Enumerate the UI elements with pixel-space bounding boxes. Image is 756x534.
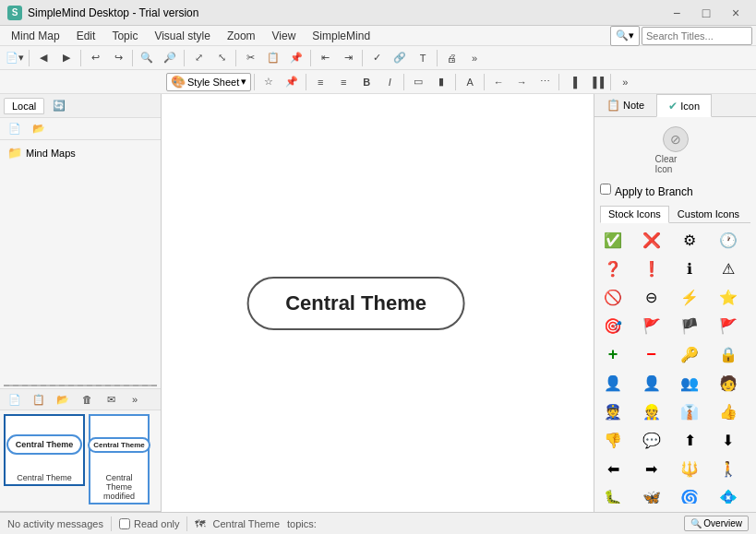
icon-flag-green[interactable]: 🚩 (639, 313, 665, 338)
search-input[interactable] (642, 27, 752, 45)
icon-diamond[interactable]: 💠 (715, 484, 741, 504)
icon-person3[interactable]: 🧑 (715, 370, 741, 396)
icon-info[interactable]: ℹ (677, 255, 702, 281)
icon-person2[interactable]: 👤 (639, 370, 665, 396)
icon-guard[interactable]: 👮 (600, 398, 626, 424)
icon-forbidden[interactable]: 🚫 (600, 284, 626, 310)
expand-all[interactable]: ⤢ (187, 48, 210, 68)
icon-worker[interactable]: 👷 (639, 398, 665, 424)
close-button[interactable]: × (723, 4, 749, 22)
icon-minus[interactable]: − (639, 341, 665, 367)
icon-arrow-down[interactable]: ⬇ (715, 427, 741, 453)
menu-simplemind[interactable]: SimpleMind (305, 28, 378, 44)
menu-visualstyle[interactable]: Visual style (147, 28, 217, 44)
menu-zoom[interactable]: Zoom (220, 28, 263, 44)
icon-plus[interactable]: + (600, 341, 626, 367)
fill-button[interactable]: ▮ (430, 72, 452, 92)
sync-button[interactable]: 🔄 (48, 96, 70, 116)
menu-edit[interactable]: Edit (69, 28, 103, 44)
icon-flag-red[interactable]: 🚩 (715, 313, 741, 338)
icon-chat[interactable]: 💬 (639, 427, 665, 453)
new-button[interactable]: 📄▾ (4, 48, 26, 68)
central-theme-node[interactable]: Central Theme (246, 277, 465, 330)
icon-star[interactable]: ⭐ (715, 284, 741, 310)
mini-copy[interactable]: 📋 (28, 389, 50, 409)
mini-expand[interactable]: » (124, 389, 146, 409)
new-file-button[interactable]: 📄 (4, 119, 26, 139)
thumbnail-item-0[interactable]: Central Theme Central Theme (4, 414, 85, 486)
star-button[interactable]: ☆ (258, 72, 280, 92)
link-button[interactable]: 🔗 (389, 48, 411, 68)
icon-bug[interactable]: 🐛 (600, 484, 626, 504)
font-color[interactable]: A (459, 72, 481, 92)
paste-button[interactable]: 📌 (285, 48, 307, 68)
clear-icon-button[interactable]: ⊘ Clear Icon (648, 123, 703, 178)
collapse-all[interactable]: ⤡ (210, 48, 233, 68)
print-button[interactable]: 🖨 (440, 48, 462, 68)
copy-button[interactable]: 📋 (262, 48, 284, 68)
icon-clock[interactable]: 🕐 (715, 227, 741, 253)
local-tab[interactable]: Local (4, 98, 44, 114)
move-right[interactable]: ⇥ (337, 48, 359, 68)
mini-open[interactable]: 📂 (52, 389, 74, 409)
icon-warning[interactable]: ⚠ (715, 255, 741, 281)
icon-walk[interactable]: 🚶 (715, 456, 741, 481)
icon-check[interactable]: ✅ (600, 227, 626, 253)
menu-mindmap[interactable]: Mind Map (4, 28, 67, 44)
tb-more2[interactable]: ▐▐ (585, 72, 607, 92)
custom-icons-tab[interactable]: Custom Icons (669, 206, 748, 222)
icon-lock[interactable]: 🔒 (715, 341, 741, 367)
align-center[interactable]: ≡ (332, 72, 354, 92)
tab-note[interactable]: 📋 Note (594, 94, 656, 116)
icon-target[interactable]: 🎯 (600, 313, 626, 338)
zoom-out[interactable]: 🔎 (159, 48, 181, 68)
mini-new[interactable]: 📄 (4, 389, 26, 409)
cut-button[interactable]: ✂ (239, 48, 261, 68)
icon-gear[interactable]: ⚙ (677, 227, 702, 253)
tb-more1[interactable]: ▐ (562, 72, 584, 92)
menu-view[interactable]: View (265, 28, 304, 44)
icon-arrow-right[interactable]: ➡ (639, 456, 665, 481)
border-button[interactable]: ▭ (407, 72, 429, 92)
icon-arrow-left[interactable]: ⬅ (600, 456, 626, 481)
icon-key[interactable]: 🔑 (677, 341, 702, 367)
line-style[interactable]: ⋯ (534, 72, 556, 92)
icon-flag-grey[interactable]: 🏴 (677, 313, 702, 338)
align-left[interactable]: ≡ (309, 72, 331, 92)
arrow-left[interactable]: ← (487, 72, 510, 92)
tree-item-mindmaps[interactable]: 📁 Mind Maps (4, 144, 157, 161)
text-button[interactable]: T (412, 48, 434, 68)
icon-swirl[interactable]: 🌀 (677, 484, 702, 504)
icon-exclaim[interactable]: ❗ (639, 255, 665, 281)
icon-arrow-up[interactable]: ⬆ (677, 427, 702, 453)
undo-button[interactable]: ↩ (84, 48, 106, 68)
search-magnify-button[interactable]: 🔍▾ (610, 26, 640, 46)
arrow-right[interactable]: → (510, 72, 533, 92)
italic-button[interactable]: I (378, 72, 401, 92)
icon-trident[interactable]: 🔱 (677, 456, 702, 481)
move-left[interactable]: ⇤ (314, 48, 336, 68)
icon-person1[interactable]: 👤 (600, 370, 626, 396)
apply-branch-checkbox[interactable] (600, 184, 611, 195)
pin-button[interactable]: 📌 (281, 72, 303, 92)
mini-delete[interactable]: 🗑 (76, 389, 98, 409)
nav-back[interactable]: ◀ (32, 48, 54, 68)
redo-button[interactable]: ↪ (107, 48, 129, 68)
tb-more3[interactable]: » (614, 72, 636, 92)
icon-question[interactable]: ❓ (600, 255, 626, 281)
icon-thumbup[interactable]: 👍 (715, 398, 741, 424)
expand-panel[interactable]: » (463, 48, 486, 68)
thumbnail-item-1[interactable]: Central Theme CentralThememodified (89, 414, 150, 504)
open-folder[interactable]: 📂 (28, 119, 50, 139)
minimize-button[interactable]: − (664, 4, 690, 22)
canvas-area[interactable]: Central Theme (162, 94, 594, 512)
overview-button[interactable]: 🔍 Overview (684, 516, 749, 531)
mini-email[interactable]: ✉ (100, 389, 122, 409)
icon-minus-circle[interactable]: ⊖ (639, 284, 665, 310)
stock-icons-tab[interactable]: Stock Icons (600, 206, 669, 223)
maximize-button[interactable]: □ (693, 4, 719, 22)
icon-cross[interactable]: ❌ (639, 227, 665, 253)
icon-business[interactable]: 👔 (677, 398, 702, 424)
icon-group[interactable]: 👥 (677, 370, 702, 396)
menu-topic[interactable]: Topic (104, 28, 145, 44)
